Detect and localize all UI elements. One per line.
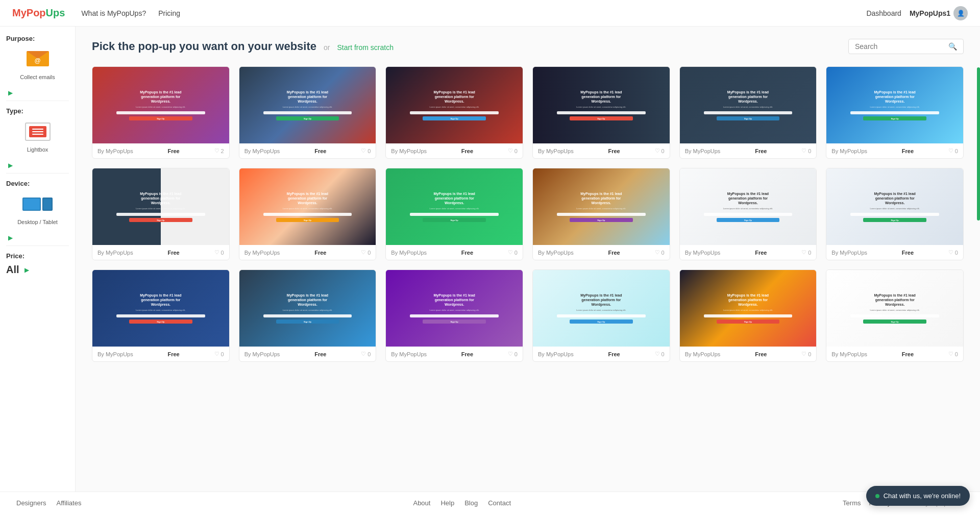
template-card[interactable]: MyPopups is the #1 leadgeneration platfo… — [826, 66, 964, 159]
card-preview-input — [557, 213, 645, 216]
card-like[interactable]: ♡ 0 — [655, 249, 665, 256]
template-card[interactable]: MyPopups is the #1 leadgeneration platfo… — [679, 269, 817, 362]
card-price: Free — [461, 250, 473, 256]
template-card[interactable]: MyPopups is the #1 leadgeneration platfo… — [239, 66, 377, 159]
purpose-section: Purpose: @ Collect emails ▶ — [6, 35, 69, 96]
card-like[interactable]: ♡ 0 — [361, 148, 371, 154]
card-preview-title: MyPopups is the #1 leadgeneration platfo… — [874, 191, 916, 205]
heart-icon: ♡ — [214, 148, 219, 154]
template-card[interactable]: MyPopups is the #1 leadgeneration platfo… — [532, 168, 670, 260]
card-like[interactable]: ♡ 0 — [361, 351, 371, 357]
nav-pricing[interactable]: Pricing — [158, 9, 180, 17]
card-preview-btn: Sign Up — [276, 218, 339, 222]
card-like[interactable]: ♡ 0 — [361, 249, 371, 256]
price-chevron[interactable]: ▶ — [24, 266, 29, 274]
footer-affiliates[interactable]: Affiliates — [57, 499, 82, 507]
device-icon — [22, 191, 53, 217]
card-preview-body: Lorem ipsum dolor sit amet, consectetur … — [551, 207, 652, 210]
like-count: 0 — [514, 250, 518, 256]
logo[interactable]: MyPopUps — [12, 7, 65, 19]
template-card[interactable]: MyPopups is the #1 leadgeneration platfo… — [239, 168, 377, 260]
heart-icon: ♡ — [801, 351, 806, 357]
dashboard-link[interactable]: Dashboard — [866, 9, 901, 17]
card-like[interactable]: ♡ 0 — [508, 249, 518, 256]
device-chevron[interactable]: ▶ — [8, 234, 13, 241]
card-preview-btn: Sign Up — [570, 320, 633, 324]
card-thumbnail: MyPopups is the #1 leadgeneration platfo… — [386, 270, 523, 347]
template-card[interactable]: MyPopups is the #1 leadgeneration platfo… — [385, 66, 523, 159]
footer-designers[interactable]: Designers — [16, 499, 46, 507]
heart-icon: ♡ — [214, 351, 219, 357]
card-like[interactable]: ♡ 2 — [214, 148, 224, 154]
purpose-chevron[interactable]: ▶ — [8, 89, 13, 96]
footer-about[interactable]: About — [413, 499, 430, 507]
sidebar-purpose-item[interactable]: @ Collect emails — [6, 46, 69, 80]
sidebar-type-item[interactable]: Lightbox — [6, 119, 69, 153]
card-like[interactable]: ♡ 0 — [801, 351, 811, 357]
card-like[interactable]: ♡ 0 — [948, 249, 958, 256]
card-price: Free — [902, 351, 914, 357]
footer-blog[interactable]: Blog — [464, 499, 478, 507]
card-like[interactable]: ♡ 0 — [508, 148, 518, 154]
card-like[interactable]: ♡ 0 — [214, 249, 224, 256]
card-price: Free — [167, 148, 179, 154]
footer-help[interactable]: Help — [440, 499, 454, 507]
template-card[interactable]: MyPopups is the #1 leadgeneration platfo… — [385, 168, 523, 260]
search-input[interactable] — [855, 42, 944, 51]
template-card[interactable]: MyPopups is the #1 leadgeneration platfo… — [532, 269, 670, 362]
card-preview-input — [410, 314, 498, 317]
card-like[interactable]: ♡ 0 — [508, 351, 518, 357]
chat-bubble[interactable]: Chat with us, we're online! — [866, 486, 970, 506]
footer-terms[interactable]: Terms — [843, 499, 861, 507]
card-like[interactable]: ♡ 0 — [948, 148, 958, 154]
card-thumbnail: MyPopups is the #1 leadgeneration platfo… — [826, 270, 963, 347]
nav-what-is[interactable]: What is MyPopUps? — [81, 9, 146, 17]
like-count: 0 — [221, 351, 224, 357]
nav: What is MyPopUps? Pricing — [81, 9, 866, 17]
card-footer: By MyPopUps Free ♡ 0 — [533, 347, 670, 361]
template-card[interactable]: MyPopups is the #1 leadgeneration platfo… — [679, 66, 817, 159]
card-preview-btn: Sign Up — [863, 320, 926, 324]
template-card[interactable]: MyPopups is the #1 leadgeneration platfo… — [92, 168, 230, 260]
template-card[interactable]: MyPopups is the #1 leadgeneration platfo… — [385, 269, 523, 362]
card-preview-body: Lorem ipsum dolor sit amet, consectetur … — [257, 207, 358, 210]
card-price: Free — [461, 148, 473, 154]
card-preview-btn: Sign Up — [129, 116, 192, 120]
template-card[interactable]: MyPopups is the #1 leadgeneration platfo… — [826, 168, 964, 260]
scratch-link[interactable]: Start from scratch — [337, 43, 394, 52]
card-like[interactable]: ♡ 0 — [801, 249, 811, 256]
card-footer: By MyPopUps Free ♡ 0 — [680, 347, 817, 361]
avatar[interactable]: 👤 — [953, 6, 968, 20]
type-item-label: Lightbox — [27, 146, 48, 153]
card-preview-body: Lorem ipsum dolor sit amet, consectetur … — [844, 106, 945, 108]
card-like[interactable]: ♡ 0 — [948, 351, 958, 357]
footer-contact[interactable]: Contact — [488, 499, 511, 507]
template-card[interactable]: MyPopups is the #1 leadgeneration platfo… — [826, 269, 964, 362]
card-author: By MyPopUps — [538, 351, 574, 357]
card-footer: By MyPopUps Free ♡ 0 — [386, 143, 523, 158]
card-like[interactable]: ♡ 0 — [655, 148, 665, 154]
scrollbar-indicator[interactable] — [977, 67, 980, 220]
card-like[interactable]: ♡ 0 — [655, 351, 665, 357]
template-card[interactable]: MyPopups is the #1 leadgeneration platfo… — [92, 269, 230, 362]
card-author: By MyPopUps — [538, 148, 574, 154]
card-preview-title: MyPopups is the #1 leadgeneration platfo… — [580, 293, 622, 307]
template-card[interactable]: MyPopups is the #1 leadgeneration platfo… — [679, 168, 817, 260]
like-count: 0 — [662, 250, 665, 256]
card-preview-title: MyPopups is the #1 leadgeneration platfo… — [287, 90, 328, 104]
template-card[interactable]: MyPopups is the #1 leadgeneration platfo… — [239, 269, 377, 362]
card-price: Free — [755, 351, 767, 357]
card-preview-title: MyPopups is the #1 leadgeneration platfo… — [140, 293, 181, 307]
type-chevron[interactable]: ▶ — [8, 162, 13, 169]
card-preview-btn: Sign Up — [276, 320, 339, 324]
heart-icon: ♡ — [655, 148, 660, 154]
sidebar-device-item[interactable]: Desktop / Tablet — [6, 191, 69, 225]
template-card[interactable]: MyPopups is the #1 leadgeneration platfo… — [92, 66, 230, 159]
like-count: 0 — [955, 148, 958, 154]
card-thumbnail: MyPopups is the #1 leadgeneration platfo… — [92, 67, 229, 143]
card-preview-title: MyPopups is the #1 leadgeneration platfo… — [874, 293, 916, 307]
card-like[interactable]: ♡ 0 — [214, 351, 224, 357]
template-card[interactable]: MyPopups is the #1 leadgeneration platfo… — [532, 66, 670, 159]
like-count: 0 — [808, 250, 811, 256]
card-like[interactable]: ♡ 0 — [801, 148, 811, 154]
